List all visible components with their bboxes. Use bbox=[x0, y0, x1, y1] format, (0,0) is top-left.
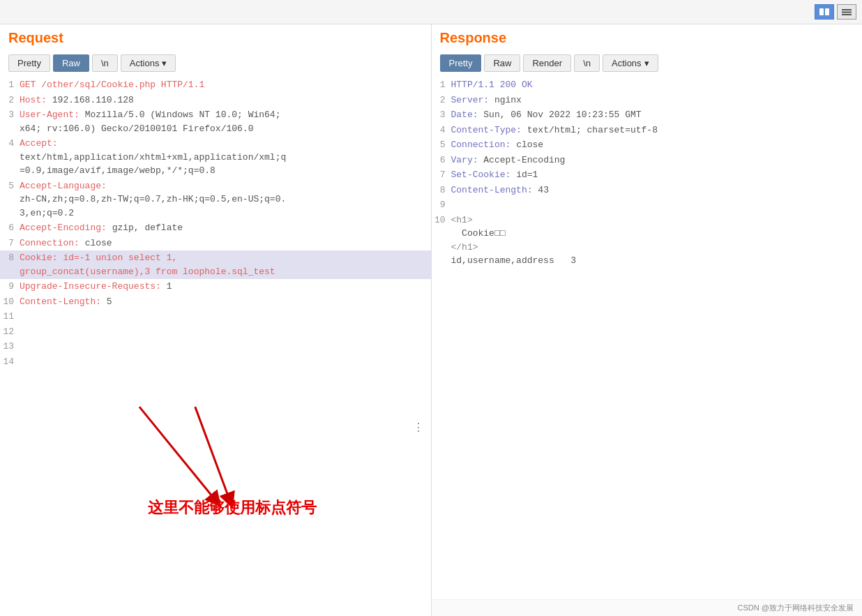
svg-line-6 bbox=[139, 407, 216, 501]
response-tab-raw[interactable]: Raw bbox=[484, 54, 520, 72]
line-content: Cookie: id=-1 union select 1, group_conc… bbox=[17, 250, 431, 279]
response-toolbar: Pretty Raw Render \n Actions ▾ bbox=[432, 54, 863, 77]
request-tab-pretty[interactable]: Pretty bbox=[8, 54, 50, 72]
line-number: 9 bbox=[0, 279, 17, 294]
line-number: 8 bbox=[432, 183, 448, 198]
line-number: 8 bbox=[0, 250, 17, 279]
request-tab-newline[interactable]: \n bbox=[92, 54, 118, 72]
line-content: Date: Sun, 06 Nov 2022 10:23:55 GMT bbox=[448, 107, 863, 123]
table-row: 10 <h1> Cookie□□ </h1> id,username,addre… bbox=[432, 213, 863, 269]
line-number: 14 bbox=[0, 354, 17, 370]
table-row: 1 GET /other/sql/Cookie.php HTTP/1.1 bbox=[0, 77, 431, 93]
line-number: 3 bbox=[432, 107, 448, 123]
annotation-text: 这里不能够使用标点符号 bbox=[148, 497, 317, 518]
table-row: 5 Connection: close bbox=[432, 137, 863, 153]
main-panels: Request Pretty Raw \n Actions ▾ 1 GET /o… bbox=[0, 24, 862, 616]
request-code-area[interactable]: 1 GET /other/sql/Cookie.php HTTP/1.1 2 H… bbox=[0, 77, 431, 616]
line-number: 5 bbox=[0, 179, 17, 221]
table-row: 6 Vary: Accept-Encoding bbox=[432, 153, 863, 168]
table-row-highlighted: 8 Cookie: id=-1 union select 1, group_co… bbox=[0, 250, 431, 279]
line-content: Set-Cookie: id=1 bbox=[448, 167, 863, 183]
line-number: 6 bbox=[432, 153, 448, 168]
line-content: Connection: close bbox=[17, 236, 431, 251]
line-number: 3 bbox=[0, 107, 17, 136]
table-row: 11 bbox=[0, 309, 431, 324]
line-content: Content-Type: text/html; charset=utf-8 bbox=[448, 123, 863, 138]
line-content: Vary: Accept-Encoding bbox=[448, 153, 863, 168]
line-content: Content-Length: 5 bbox=[17, 294, 431, 310]
svg-rect-4 bbox=[842, 14, 852, 15]
response-code-area[interactable]: 1 HTTP/1.1 200 OK 2 Server: nginx 3 Date… bbox=[432, 77, 863, 599]
line-number: 1 bbox=[432, 77, 448, 93]
line-number: 10 bbox=[432, 213, 448, 269]
table-row: 8 Content-Length: 43 bbox=[432, 183, 863, 198]
line-number: 2 bbox=[432, 93, 448, 108]
annotation-arrows bbox=[0, 393, 431, 616]
line-number: 7 bbox=[0, 236, 17, 251]
table-row: 10 Content-Length: 5 bbox=[0, 294, 431, 310]
table-row: 3 User-Agent: Mozilla/5.0 (Windows NT 10… bbox=[0, 107, 431, 136]
line-content bbox=[17, 309, 431, 324]
response-title: Response bbox=[440, 30, 854, 46]
response-panel: Response Pretty Raw Render \n Actions ▾ … bbox=[432, 24, 863, 616]
table-row: 7 Connection: close bbox=[0, 236, 431, 251]
response-tab-render[interactable]: Render bbox=[523, 54, 571, 72]
table-row: 14 bbox=[0, 354, 431, 370]
svg-line-7 bbox=[195, 407, 230, 501]
line-number: 10 bbox=[0, 294, 17, 310]
table-row: 7 Set-Cookie: id=1 bbox=[432, 167, 863, 183]
table-row: 5 Accept-Language: zh-CN,zh;q=0.8,zh-TW;… bbox=[0, 179, 431, 221]
top-bar bbox=[0, 0, 862, 24]
line-content: Accept-Encoding: gzip, deflate bbox=[17, 220, 431, 236]
response-header: Response bbox=[432, 24, 863, 54]
table-row: 12 bbox=[0, 324, 431, 340]
line-content: HTTP/1.1 200 OK bbox=[448, 77, 863, 93]
svg-rect-3 bbox=[842, 12, 852, 13]
line-content: <h1> Cookie□□ </h1> id,username,address … bbox=[448, 213, 863, 269]
line-number: 7 bbox=[432, 167, 448, 183]
table-row: 6 Accept-Encoding: gzip, deflate bbox=[0, 220, 431, 236]
line-number: 13 bbox=[0, 339, 17, 354]
line-content: Server: nginx bbox=[448, 93, 863, 108]
line-number: 11 bbox=[0, 309, 17, 324]
chevron-down-icon: ▾ bbox=[644, 58, 649, 68]
line-number: 4 bbox=[432, 123, 448, 138]
table-row: 1 HTTP/1.1 200 OK bbox=[432, 77, 863, 93]
table-row: 13 bbox=[0, 339, 431, 354]
line-number: 9 bbox=[432, 197, 448, 213]
response-tab-newline[interactable]: \n bbox=[574, 54, 600, 72]
line-content: Upgrade-Insecure-Requests: 1 bbox=[17, 279, 431, 294]
table-row: 4 Content-Type: text/html; charset=utf-8 bbox=[432, 123, 863, 138]
line-content bbox=[17, 354, 431, 370]
line-number: 2 bbox=[0, 93, 17, 108]
response-tab-pretty[interactable]: Pretty bbox=[440, 54, 482, 72]
line-content bbox=[448, 197, 863, 213]
split-view-button[interactable] bbox=[815, 4, 834, 20]
line-number: 6 bbox=[0, 220, 17, 236]
line-content: GET /other/sql/Cookie.php HTTP/1.1 bbox=[17, 77, 431, 93]
footer: CSDN @致力于网络科技安全发展 bbox=[432, 599, 863, 616]
request-header: Request bbox=[0, 24, 431, 54]
line-content: Accept-Language: zh-CN,zh;q=0.8,zh-TW;q=… bbox=[17, 179, 431, 221]
line-content: Accept: text/html,application/xhtml+xml,… bbox=[17, 136, 431, 179]
line-content: Content-Length: 43 bbox=[448, 183, 863, 198]
response-tab-actions[interactable]: Actions ▾ bbox=[603, 54, 658, 72]
table-row: 3 Date: Sun, 06 Nov 2022 10:23:55 GMT bbox=[432, 107, 863, 123]
request-tab-actions[interactable]: Actions ▾ bbox=[121, 54, 176, 72]
response-code-table: 1 HTTP/1.1 200 OK 2 Server: nginx 3 Date… bbox=[432, 77, 863, 269]
request-tab-raw[interactable]: Raw bbox=[53, 54, 89, 72]
annotation-overlay: 这里不能够使用标点符号 bbox=[0, 393, 431, 616]
line-number: 1 bbox=[0, 77, 17, 93]
request-title: Request bbox=[8, 30, 423, 46]
line-content: Host: 192.168.110.128 bbox=[17, 93, 431, 108]
table-row: 2 Host: 192.168.110.128 bbox=[0, 93, 431, 108]
line-content: User-Agent: Mozilla/5.0 (Windows NT 10.0… bbox=[17, 107, 431, 136]
footer-text: CSDN @致力于网络科技安全发展 bbox=[738, 603, 854, 612]
request-code-table: 1 GET /other/sql/Cookie.php HTTP/1.1 2 H… bbox=[0, 77, 431, 369]
menu-button[interactable] bbox=[837, 4, 856, 20]
context-menu-dots[interactable]: ⋮ bbox=[413, 421, 424, 435]
line-content: Connection: close bbox=[448, 137, 863, 153]
line-number: 4 bbox=[0, 136, 17, 179]
chevron-down-icon: ▾ bbox=[162, 58, 167, 68]
svg-rect-1 bbox=[825, 8, 829, 15]
